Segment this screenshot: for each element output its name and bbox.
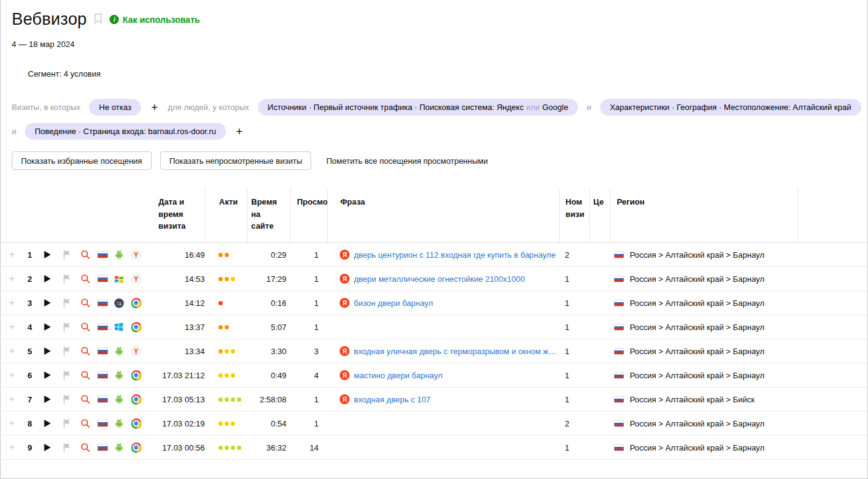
activity-dots bbox=[205, 412, 247, 435]
header-views: Просмо bbox=[290, 189, 327, 242]
webvisor-page: Вебвизор Как использовать 4 — 18 мар 202… bbox=[0, 0, 868, 479]
favorite-flag-icon[interactable] bbox=[58, 436, 76, 459]
bookmark-icon[interactable] bbox=[93, 13, 103, 26]
view-visit-magnifier-icon[interactable] bbox=[76, 315, 95, 339]
view-visit-magnifier-icon[interactable] bbox=[76, 339, 95, 363]
row-spacer bbox=[797, 291, 867, 315]
region-flag-russia-icon bbox=[614, 300, 624, 307]
favorite-flag-icon[interactable] bbox=[58, 388, 76, 411]
time-on-site: 17:29 bbox=[247, 267, 290, 290]
info-icon bbox=[110, 15, 119, 24]
chrome-icon bbox=[127, 436, 145, 459]
expand-row-icon[interactable] bbox=[9, 345, 14, 357]
filter-line-1: Визиты, в которых Не отказ + для людей, … bbox=[12, 99, 867, 116]
expand-row-icon[interactable] bbox=[9, 249, 14, 260]
time-on-site: 3:30 bbox=[247, 339, 290, 363]
visit-number: 1 bbox=[559, 339, 589, 363]
favorite-flag-icon[interactable] bbox=[58, 267, 76, 290]
filter-chip-not-bounce[interactable]: Не отказ bbox=[89, 99, 141, 116]
filter-chip-entry-page[interactable]: Поведение · Страница входа: barnaul.ros-… bbox=[25, 123, 226, 140]
header-time-on-site: Время на сайте bbox=[247, 189, 290, 242]
search-phrase-link[interactable]: двери металлические огнестойкие 2100х100… bbox=[354, 274, 525, 284]
search-phrase-link[interactable]: бизон двери барнаул bbox=[354, 299, 433, 308]
row-number: 8 bbox=[23, 412, 37, 435]
play-visit-button[interactable] bbox=[37, 243, 58, 266]
time-on-site: 0:29 bbox=[247, 243, 290, 266]
view-visit-magnifier-icon[interactable] bbox=[76, 436, 95, 459]
visit-datetime: 17.03 00:56 bbox=[145, 436, 205, 459]
expand-row-icon[interactable] bbox=[9, 321, 14, 333]
favorite-flag-icon[interactable] bbox=[58, 412, 76, 435]
show-favorites-button[interactable]: Показать избранные посещения bbox=[12, 151, 152, 170]
search-phrase-link[interactable]: входная дверь с 107 bbox=[354, 395, 431, 404]
region-path: Россия > Алтайский край > Барнаул bbox=[630, 371, 765, 380]
search-phrase-link[interactable]: входная уличная дверь с терморазрывом и … bbox=[354, 347, 559, 356]
android-icon bbox=[111, 412, 127, 435]
expand-row-icon[interactable] bbox=[9, 370, 14, 381]
country-flag-russia-icon bbox=[95, 436, 111, 459]
view-visit-magnifier-icon[interactable] bbox=[76, 267, 95, 290]
source-chip-text-2: Google bbox=[543, 103, 569, 112]
table-row: 6 17.03 21:12 0:49 4 мастино двери барна… bbox=[1, 363, 867, 388]
play-visit-button[interactable] bbox=[37, 412, 58, 435]
expand-row-icon[interactable] bbox=[9, 442, 14, 453]
views-count: 1 bbox=[290, 243, 327, 266]
header-spacer bbox=[797, 189, 867, 242]
actions-bar: Показать избранные посещения Показать не… bbox=[12, 151, 867, 170]
table-body: 1 16:49 0:29 1 дверь центурион с 112 вхо… bbox=[1, 243, 867, 460]
play-visit-button[interactable] bbox=[37, 339, 58, 363]
region-cell: Россия > Алтайский край > Барнаул bbox=[610, 363, 797, 387]
row-spacer bbox=[797, 339, 867, 363]
play-visit-button[interactable] bbox=[37, 315, 58, 339]
header-datetime: Дата и время визита bbox=[1, 189, 205, 242]
goals-cell bbox=[589, 267, 610, 290]
region-cell: Россия > Алтайский край > Барнаул bbox=[610, 267, 797, 290]
row-number: 5 bbox=[23, 339, 37, 363]
region-path: Россия > Алтайский край > Барнаул bbox=[630, 347, 765, 356]
views-count: 4 bbox=[290, 363, 327, 387]
segment-selector[interactable]: Сегмент: 4 условия bbox=[28, 69, 867, 78]
region-cell: Россия > Алтайский край > Барнаул bbox=[610, 315, 797, 339]
filter-chip-geography[interactable]: Характеристики · География · Местоположе… bbox=[600, 99, 861, 116]
favorite-flag-icon[interactable] bbox=[58, 363, 76, 387]
expand-row-icon[interactable] bbox=[9, 394, 14, 405]
play-visit-button[interactable] bbox=[37, 267, 58, 290]
favorite-flag-icon[interactable] bbox=[58, 339, 76, 363]
view-visit-magnifier-icon[interactable] bbox=[76, 412, 95, 435]
add-people-condition-button[interactable]: + bbox=[234, 125, 244, 137]
yandex-browser-icon bbox=[127, 243, 145, 266]
date-range-selector[interactable]: 4 — 18 мар 2024 bbox=[12, 40, 867, 49]
play-visit-button[interactable] bbox=[37, 363, 58, 387]
chrome-icon bbox=[127, 412, 145, 435]
show-unviewed-button[interactable]: Показать непросмотренные визиты bbox=[160, 151, 312, 170]
mark-all-viewed-button[interactable]: Пометить все посещения просмотренными bbox=[320, 151, 494, 170]
search-phrase-link[interactable]: мастино двери барнаул bbox=[354, 371, 442, 380]
add-visit-condition-button[interactable]: + bbox=[150, 101, 159, 113]
page-header: Вебвизор Как использовать bbox=[12, 10, 867, 29]
favorite-flag-icon[interactable] bbox=[58, 243, 76, 266]
play-visit-button[interactable] bbox=[37, 291, 58, 315]
region-cell: Россия > Алтайский край > Барнаул bbox=[610, 339, 797, 363]
expand-row-icon[interactable] bbox=[9, 418, 14, 429]
expand-row-icon[interactable] bbox=[9, 297, 14, 308]
region-flag-russia-icon bbox=[614, 276, 624, 282]
views-count: 1 bbox=[290, 412, 327, 435]
views-count: 14 bbox=[290, 436, 327, 459]
favorite-flag-icon[interactable] bbox=[58, 315, 76, 339]
view-visit-magnifier-icon[interactable] bbox=[76, 363, 95, 387]
windows-10-icon bbox=[111, 315, 127, 339]
country-flag-russia-icon bbox=[95, 267, 111, 290]
expand-row-icon[interactable] bbox=[9, 273, 14, 284]
play-visit-button[interactable] bbox=[37, 388, 58, 411]
view-visit-magnifier-icon[interactable] bbox=[76, 243, 95, 266]
view-visit-magnifier-icon[interactable] bbox=[76, 388, 95, 411]
visit-number: 1 bbox=[559, 388, 589, 411]
view-visit-magnifier-icon[interactable] bbox=[76, 291, 95, 315]
play-visit-button[interactable] bbox=[37, 436, 58, 459]
search-phrase-link[interactable]: дверь центурион с 112 входная где купить… bbox=[354, 250, 556, 260]
activity-dots bbox=[205, 388, 247, 411]
region-path: Россия > Алтайский край > Барнаул bbox=[630, 299, 765, 308]
help-link[interactable]: Как использовать bbox=[122, 15, 200, 25]
favorite-flag-icon[interactable] bbox=[58, 291, 76, 315]
filter-chip-traffic-source[interactable]: Источники · Первый источник трафика · По… bbox=[258, 99, 578, 116]
